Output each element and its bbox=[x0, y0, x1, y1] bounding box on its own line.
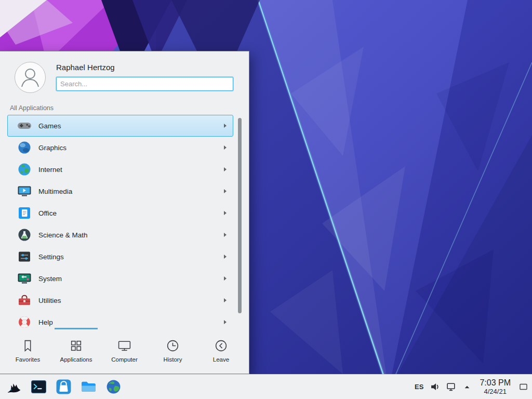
tab-history[interactable]: History bbox=[149, 328, 197, 374]
volume-icon[interactable] bbox=[429, 381, 441, 393]
category-label: Internet bbox=[38, 166, 224, 174]
toolbox-icon bbox=[17, 293, 32, 308]
search-input[interactable] bbox=[56, 77, 233, 91]
software-center-launcher[interactable] bbox=[54, 377, 73, 397]
chevron-right-icon bbox=[224, 211, 227, 215]
keyboard-layout-indicator[interactable]: ES bbox=[414, 383, 424, 391]
chevron-right-icon bbox=[224, 255, 227, 259]
scrollbar[interactable] bbox=[238, 118, 242, 313]
desktop: Raphael Hertzog All Applications Games bbox=[0, 0, 532, 399]
chevron-right-icon bbox=[224, 189, 227, 193]
category-label: Settings bbox=[38, 253, 224, 261]
file-manager-launcher[interactable] bbox=[79, 377, 98, 397]
flask-icon bbox=[17, 228, 32, 242]
expand-tray-icon[interactable] bbox=[461, 381, 473, 393]
show-desktop-button[interactable] bbox=[517, 376, 530, 398]
kali-menu-icon bbox=[6, 379, 22, 395]
graphics-orb-icon bbox=[17, 140, 32, 155]
web-browser-launcher[interactable] bbox=[104, 377, 123, 397]
category-multimedia[interactable]: Multimedia bbox=[7, 180, 233, 202]
system-monitor-icon bbox=[17, 271, 32, 286]
category-label: Science & Math bbox=[38, 231, 224, 239]
tab-label: Leave bbox=[213, 356, 229, 363]
category-label: Utilities bbox=[38, 297, 224, 304]
chevron-right-icon bbox=[224, 298, 227, 302]
category-label: System bbox=[38, 275, 224, 283]
file-manager-icon bbox=[81, 379, 97, 395]
category-settings[interactable]: Settings bbox=[7, 246, 233, 268]
tab-label: Applications bbox=[60, 356, 92, 363]
chevron-right-icon bbox=[224, 167, 227, 171]
category-label: Games bbox=[38, 122, 224, 130]
category-office[interactable]: Office bbox=[7, 202, 233, 224]
web-browser-icon bbox=[105, 379, 122, 395]
section-label: All Applications bbox=[10, 104, 54, 112]
terminal-launcher[interactable] bbox=[29, 377, 48, 397]
category-list: Games Graphics bbox=[7, 115, 233, 328]
document-icon bbox=[17, 206, 32, 220]
taskbar: ES 7:03 PM bbox=[0, 374, 532, 399]
terminal-icon bbox=[31, 379, 47, 395]
user-icon bbox=[16, 63, 45, 92]
category-label: Office bbox=[38, 209, 224, 217]
tab-favorites[interactable]: Favorites bbox=[4, 328, 52, 374]
network-icon[interactable] bbox=[445, 381, 457, 393]
avatar bbox=[15, 62, 46, 93]
application-launcher-menu: Raphael Hertzog All Applications Games bbox=[0, 51, 249, 374]
category-internet[interactable]: Internet bbox=[7, 158, 233, 180]
software-center-icon bbox=[56, 379, 72, 395]
category-label: Multimedia bbox=[38, 188, 224, 195]
tab-bar: Favorites Applications C bbox=[0, 328, 249, 374]
tab-label: Computer bbox=[111, 356, 138, 363]
computer-icon bbox=[117, 339, 131, 353]
category-graphics[interactable]: Graphics bbox=[7, 137, 233, 158]
life-ring-icon bbox=[17, 315, 32, 328]
bookmark-icon bbox=[21, 339, 35, 353]
clock[interactable]: 7:03 PM 4/24/21 bbox=[480, 378, 511, 396]
tab-leave[interactable]: Leave bbox=[197, 328, 245, 374]
category-system[interactable]: System bbox=[7, 268, 233, 289]
clock-time: 7:03 PM bbox=[480, 378, 511, 388]
tab-computer[interactable]: Computer bbox=[100, 328, 149, 374]
chevron-right-icon bbox=[224, 233, 227, 237]
chevron-right-icon bbox=[224, 276, 227, 281]
chevron-right-icon bbox=[224, 124, 227, 128]
category-help[interactable]: Help bbox=[7, 311, 233, 328]
chevron-right-icon bbox=[224, 320, 227, 324]
gamepad-icon bbox=[17, 118, 32, 133]
category-games[interactable]: Games bbox=[7, 115, 233, 137]
chevron-right-icon bbox=[224, 145, 227, 150]
category-label: Graphics bbox=[38, 144, 224, 152]
app-grid-icon bbox=[69, 339, 83, 353]
category-label: Help bbox=[38, 318, 224, 326]
taskbar-left bbox=[0, 377, 123, 397]
globe-icon bbox=[17, 162, 32, 177]
category-science-math[interactable]: Science & Math bbox=[7, 224, 233, 246]
tab-label: Favorites bbox=[16, 356, 40, 363]
clock-icon bbox=[166, 339, 180, 353]
sliders-icon bbox=[17, 249, 32, 264]
category-utilities[interactable]: Utilities bbox=[7, 289, 233, 311]
tab-label: History bbox=[164, 356, 182, 363]
tab-applications[interactable]: Applications bbox=[52, 328, 100, 374]
system-tray: ES 7:03 PM bbox=[414, 376, 532, 398]
user-name: Raphael Hertzog bbox=[56, 63, 115, 72]
leave-icon bbox=[214, 339, 228, 353]
launcher-button[interactable] bbox=[4, 377, 23, 397]
show-desktop-icon bbox=[519, 382, 528, 392]
monitor-play-icon bbox=[17, 184, 32, 198]
clock-date: 4/24/21 bbox=[480, 388, 511, 396]
